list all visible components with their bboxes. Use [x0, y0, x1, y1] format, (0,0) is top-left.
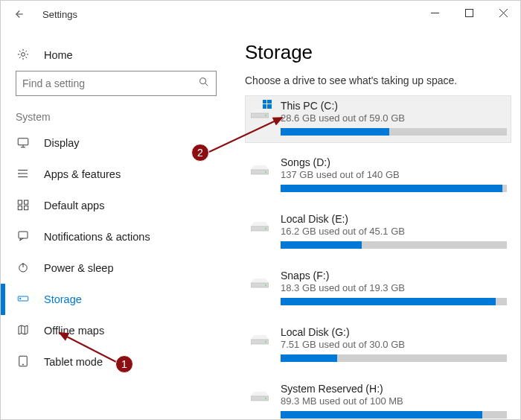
- drive-body: System Reserved (H:)89.3 MB used out of …: [281, 383, 507, 419]
- power-icon: [16, 261, 31, 276]
- usage-bar-fill: [281, 241, 362, 249]
- drive-usage-text: 28.6 GB used out of 59.0 GB: [281, 112, 507, 124]
- svg-point-24: [20, 298, 22, 299]
- drive-list: This PC (C:)28.6 GB used out of 59.0 GBS…: [245, 95, 511, 419]
- drive-icon: [249, 383, 270, 419]
- back-button[interactable]: [8, 2, 32, 26]
- drive-icon: [249, 270, 270, 305]
- svg-rect-18: [18, 206, 22, 209]
- sidebar-item-offline-maps[interactable]: Offline maps: [1, 315, 231, 346]
- window-controls: [418, 1, 520, 25]
- svg-rect-34: [263, 104, 266, 109]
- svg-rect-7: [18, 138, 28, 144]
- drive-item[interactable]: This PC (C:)28.6 GB used out of 59.0 GB: [245, 95, 511, 143]
- svg-rect-32: [263, 100, 266, 104]
- drive-item[interactable]: Local Disk (E:)16.2 GB used out of 45.1 …: [245, 209, 511, 256]
- svg-point-5: [200, 78, 206, 84]
- drive-item[interactable]: Local Disk (G:)7.51 GB used out of 30.0 …: [245, 322, 511, 369]
- drive-body: Snaps (F:)18.3 GB used out of 19.3 GB: [281, 270, 507, 305]
- section-label: System: [1, 105, 231, 127]
- drive-usage-text: 89.3 MB used out of 100 MB: [281, 395, 507, 407]
- svg-point-44: [265, 284, 266, 286]
- usage-bar-fill: [281, 185, 502, 192]
- storage-icon: [16, 292, 31, 308]
- drive-item[interactable]: Songs (D:)137 GB used out of 140 GB: [245, 152, 511, 200]
- usage-bar: [281, 411, 507, 419]
- drive-usage-text: 7.51 GB used out of 30.0 GB: [281, 339, 507, 350]
- drive-body: This PC (C:)28.6 GB used out of 59.0 GB: [281, 100, 507, 136]
- search-field[interactable]: [22, 77, 198, 89]
- notifications-icon: [16, 229, 31, 245]
- tablet-icon: [16, 354, 31, 370]
- usage-bar: [281, 128, 507, 136]
- sidebar-item-default-apps[interactable]: Default apps: [1, 190, 231, 221]
- active-indicator: [1, 284, 5, 315]
- drive-name: Local Disk (G:): [281, 326, 507, 338]
- minimize-icon: [431, 9, 439, 17]
- close-button[interactable]: [486, 1, 520, 25]
- drive-item[interactable]: Snaps (F:)18.3 GB used out of 19.3 GB: [245, 265, 511, 313]
- drive-name: Local Disk (E:): [281, 213, 507, 225]
- svg-marker-39: [251, 222, 269, 226]
- apps-icon: [16, 167, 31, 182]
- drive-item[interactable]: System Reserved (H:)89.3 MB used out of …: [245, 378, 511, 419]
- title-bar: Settings: [1, 1, 520, 28]
- settings-window: Settings Home: [0, 0, 521, 420]
- svg-point-15: [19, 176, 19, 177]
- drive-body: Local Disk (G:)7.51 GB used out of 30.0 …: [281, 326, 507, 362]
- svg-point-31: [265, 115, 266, 116]
- drive-usage-text: 16.2 GB used out of 45.1 GB: [281, 226, 507, 237]
- drive-body: Songs (D:)137 GB used out of 140 GB: [281, 156, 507, 192]
- maximize-icon: [465, 9, 473, 17]
- svg-marker-29: [251, 109, 269, 113]
- svg-point-41: [265, 228, 266, 229]
- sidebar-item-label: Display: [44, 137, 80, 149]
- svg-rect-35: [267, 104, 272, 109]
- main-content: Storage Choose a drive to see what's tak…: [231, 28, 520, 419]
- sidebar-item-storage[interactable]: Storage: [1, 284, 231, 315]
- svg-marker-45: [251, 335, 269, 340]
- page-title: Storage: [245, 41, 511, 64]
- drive-name: Songs (D:): [281, 156, 507, 168]
- annotation-badge-2: 2: [191, 144, 209, 162]
- svg-point-38: [265, 171, 266, 173]
- usage-bar-fill: [281, 298, 496, 305]
- sidebar-item-power-sleep[interactable]: Power & sleep: [1, 252, 231, 284]
- usage-bar: [281, 298, 507, 305]
- window-title: Settings: [42, 9, 77, 20]
- sidebar-item-apps-features[interactable]: Apps & features: [1, 159, 231, 190]
- svg-line-6: [205, 83, 208, 86]
- home-button[interactable]: Home: [1, 39, 231, 71]
- drive-icon: [249, 213, 270, 249]
- svg-rect-16: [18, 200, 22, 204]
- sidebar-item-label: Notifications & actions: [44, 231, 150, 243]
- search-input[interactable]: [16, 71, 217, 96]
- sidebar-item-notifications[interactable]: Notifications & actions: [1, 221, 231, 252]
- sidebar-item-label: Default apps: [44, 200, 104, 211]
- drive-icon: [249, 156, 270, 192]
- usage-bar-fill: [281, 411, 482, 419]
- drive-name: System Reserved (H:): [281, 383, 507, 395]
- display-icon: [16, 136, 31, 151]
- usage-bar-fill: [281, 354, 337, 362]
- svg-rect-17: [25, 200, 28, 204]
- sidebar-item-label: Offline maps: [44, 325, 104, 337]
- usage-bar: [281, 354, 507, 362]
- gear-icon: [16, 48, 31, 63]
- maximize-button[interactable]: [452, 1, 486, 25]
- svg-marker-48: [251, 392, 269, 396]
- drive-usage-text: 18.3 GB used out of 19.3 GB: [281, 282, 507, 293]
- default-apps-icon: [16, 198, 31, 214]
- svg-point-4: [22, 52, 25, 56]
- svg-point-47: [265, 341, 266, 343]
- svg-rect-1: [465, 9, 473, 16]
- drive-name: This PC (C:): [281, 100, 507, 112]
- drive-icon: [249, 326, 270, 362]
- sidebar-item-label: Power & sleep: [44, 262, 114, 274]
- sidebar-item-label: Tablet mode: [44, 356, 103, 368]
- svg-point-28: [22, 363, 23, 364]
- page-subtitle: Choose a drive to see what's taking up s…: [245, 74, 511, 86]
- minimize-button[interactable]: [418, 1, 452, 25]
- sidebar-item-label: Apps & features: [44, 168, 121, 180]
- search-icon: [198, 76, 210, 91]
